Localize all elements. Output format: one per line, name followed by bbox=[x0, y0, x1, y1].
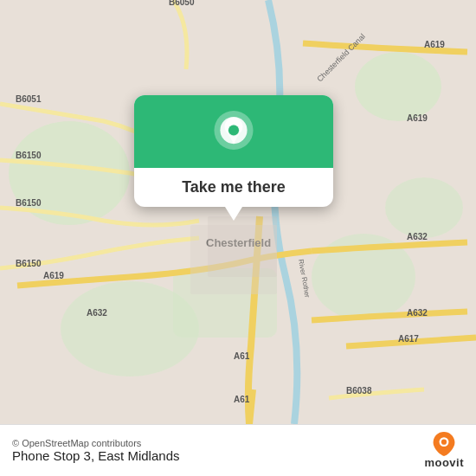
svg-text:A617: A617 bbox=[398, 334, 419, 344]
svg-text:A61: A61 bbox=[234, 351, 250, 361]
navigation-popup[interactable]: Take me there bbox=[134, 95, 333, 207]
stop-info: Phone Stop 3, East Midlands bbox=[12, 448, 414, 463]
svg-text:A632: A632 bbox=[87, 308, 107, 318]
svg-text:A61: A61 bbox=[234, 395, 250, 404]
svg-text:B6150: B6150 bbox=[16, 151, 42, 160]
svg-text:B6150: B6150 bbox=[16, 198, 42, 208]
map-view: Chesterfield Canal B6051 B6150 B6150 B61… bbox=[0, 0, 476, 424]
take-me-there-button[interactable]: Take me there bbox=[168, 168, 299, 207]
location-pin-icon bbox=[211, 111, 256, 156]
svg-point-5 bbox=[385, 177, 463, 238]
osm-attribution: © OpenStreetMap contributors bbox=[12, 438, 141, 448]
svg-text:A632: A632 bbox=[407, 308, 428, 318]
popup-icon-area bbox=[134, 95, 333, 168]
svg-text:B6038: B6038 bbox=[346, 386, 372, 396]
svg-text:A632: A632 bbox=[407, 232, 428, 241]
svg-text:A619: A619 bbox=[43, 271, 64, 280]
bottom-bar: © OpenStreetMap contributors Phone Stop … bbox=[0, 424, 476, 476]
svg-point-30 bbox=[228, 125, 239, 135]
svg-point-2 bbox=[355, 52, 441, 121]
svg-text:B6051: B6051 bbox=[16, 94, 42, 104]
moovit-brand: moovit bbox=[424, 432, 464, 469]
svg-text:B6150: B6150 bbox=[16, 259, 42, 268]
svg-point-32 bbox=[441, 440, 447, 445]
region-name: East Midlands bbox=[98, 448, 179, 463]
svg-text:A619: A619 bbox=[424, 40, 445, 49]
moovit-icon bbox=[432, 432, 456, 456]
svg-text:B6050: B6050 bbox=[169, 0, 195, 7]
svg-text:A619: A619 bbox=[407, 113, 428, 123]
stop-name: Phone Stop 3 bbox=[12, 448, 91, 463]
svg-rect-26 bbox=[208, 216, 277, 277]
moovit-text: moovit bbox=[424, 456, 464, 469]
region-separator: , bbox=[91, 448, 98, 463]
